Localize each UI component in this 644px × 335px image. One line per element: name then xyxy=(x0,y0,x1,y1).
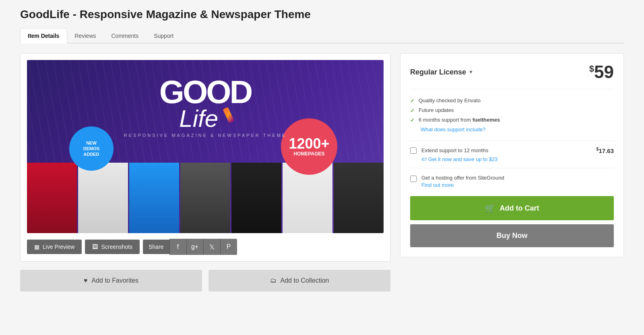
badge-homepages: 1200+ HOMEPAGES xyxy=(281,118,337,175)
extend-save-link[interactable]: 🏷 Get it now and save up to $23 xyxy=(421,156,497,162)
left-panel: GOOD Life RESPONSIVE MAGAZINE & NEWSPAPE… xyxy=(20,53,390,292)
share-label: Share xyxy=(143,240,169,254)
twitter-icon: 𝕏 xyxy=(209,243,215,251)
tab-comments[interactable]: Comments xyxy=(104,28,147,43)
logo-life: Life xyxy=(124,108,287,129)
screenshots-icon: 🖼 xyxy=(92,244,98,250)
check-icon-3: ✓ xyxy=(410,117,415,123)
extend-support-text: Extend support to 12 months $17.63 🏷 Get… xyxy=(421,147,614,162)
tab-item-details[interactable]: Item Details xyxy=(20,28,67,43)
twitter-share-button[interactable]: 𝕏 xyxy=(203,239,220,255)
check-icon-1: ✓ xyxy=(410,98,415,104)
extend-price: $17.63 xyxy=(596,147,614,154)
pinterest-share-button[interactable]: P xyxy=(220,239,237,255)
price-display: $59 xyxy=(589,63,614,81)
license-header: Regular License ▼ $59 xyxy=(410,63,614,89)
add-to-cart-button[interactable]: 🛒 Add to Cart xyxy=(410,196,614,220)
support-link-item: What does support include? xyxy=(410,126,614,132)
tab-bar: Item Details Reviews Comments Support xyxy=(20,28,624,43)
add-to-favorites-button[interactable]: ♥ Add to Favorites xyxy=(20,270,202,292)
logo-good: GOOD xyxy=(124,76,287,108)
facebook-icon: f xyxy=(177,243,179,250)
extend-support-checkbox[interactable] xyxy=(410,147,417,154)
feature-item-3: ✓ 6 months support from fuelthemes xyxy=(410,117,614,123)
page-title: GoodLife - Responsive Magazine & Newspap… xyxy=(20,8,624,21)
googleplus-share-button[interactable]: g+ xyxy=(186,239,203,255)
tab-reviews[interactable]: Reviews xyxy=(67,28,104,43)
badge-new-demos: NEW DEMOS ADDED xyxy=(69,126,114,171)
logo-container: GOOD Life RESPONSIVE MAGAZINE & NEWSPAPE… xyxy=(124,76,287,138)
cart-icon: 🛒 xyxy=(485,203,495,213)
hosting-offer-checkbox[interactable] xyxy=(410,176,417,182)
right-panel: Regular License ▼ $59 ✓ Quality checked … xyxy=(400,53,624,257)
price-card: Regular License ▼ $59 ✓ Quality checked … xyxy=(400,53,624,257)
heart-icon: ♥ xyxy=(84,277,88,284)
preview-icon: ▦ xyxy=(34,244,39,250)
feature-item-2: ✓ Future updates xyxy=(410,107,614,114)
share-group: Share f g+ 𝕏 P xyxy=(143,239,237,255)
item-card: GOOD Life RESPONSIVE MAGAZINE & NEWSPAPE… xyxy=(20,53,390,262)
feature-item-1: ✓ Quality checked by Envato xyxy=(410,97,614,104)
add-to-collection-button[interactable]: 🗂 Add to Collection xyxy=(208,270,390,292)
pencil-icon xyxy=(223,107,234,123)
strip-item-3 xyxy=(129,163,179,233)
tab-support[interactable]: Support xyxy=(146,28,181,43)
hosting-text: Get a hosting offer from SiteGround Find… xyxy=(421,175,504,188)
social-buttons: ♥ Add to Favorites 🗂 Add to Collection xyxy=(20,270,390,292)
strip-item-5 xyxy=(231,163,281,233)
googleplus-icon: g+ xyxy=(191,243,198,250)
hosting-offer-section: Get a hosting offer from SiteGround Find… xyxy=(410,175,614,188)
check-icon-2: ✓ xyxy=(410,108,415,114)
extend-support-section: Extend support to 12 months $17.63 🏷 Get… xyxy=(410,141,614,168)
screenshots-button[interactable]: 🖼 Screenshots xyxy=(85,240,140,254)
page-wrapper: GoodLife - Responsive Magazine & Newspap… xyxy=(8,0,636,300)
support-link[interactable]: What does support include? xyxy=(421,126,485,132)
strip-item-2 xyxy=(78,163,128,233)
facebook-share-button[interactable]: f xyxy=(169,239,186,255)
strip-item-4 xyxy=(180,163,230,233)
find-out-more-link[interactable]: Find out more xyxy=(421,182,504,188)
features-list: ✓ Quality checked by Envato ✓ Future upd… xyxy=(410,97,614,132)
buy-now-button[interactable]: Buy Now xyxy=(410,224,614,247)
collection-icon: 🗂 xyxy=(270,277,277,284)
logo-subtitle: RESPONSIVE MAGAZINE & NEWSPAPER THEME xyxy=(124,133,287,138)
license-title: Regular License ▼ xyxy=(410,68,473,77)
license-chevron-icon: ▼ xyxy=(469,69,473,75)
strip-item-1 xyxy=(27,163,77,233)
action-buttons-row: ▦ Live Preview 🖼 Screenshots Share f g+ xyxy=(27,239,384,255)
live-preview-button[interactable]: ▦ Live Preview xyxy=(27,240,82,254)
content-area: GOOD Life RESPONSIVE MAGAZINE & NEWSPAPE… xyxy=(20,53,624,292)
preview-image: GOOD Life RESPONSIVE MAGAZINE & NEWSPAPE… xyxy=(27,60,384,233)
strip-item-7 xyxy=(334,163,384,233)
screenshots-strip xyxy=(27,163,384,233)
pinterest-icon: P xyxy=(227,243,231,250)
